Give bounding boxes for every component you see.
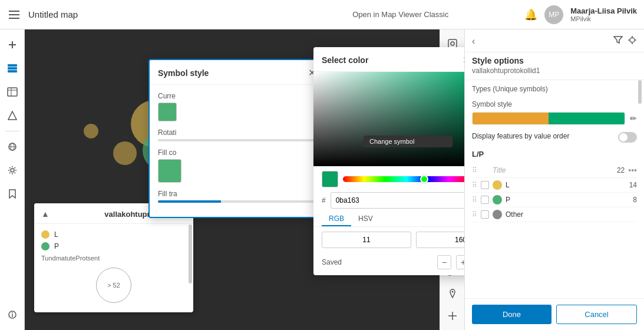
hamburger-menu-button[interactable] xyxy=(0,11,28,19)
svg-rect-20 xyxy=(448,39,457,48)
saved-plus-button[interactable]: + xyxy=(456,255,464,269)
lp-name-Other: Other xyxy=(506,210,622,219)
hsv-tab[interactable]: HSV xyxy=(351,212,380,226)
select-color-dialog: Select color ✕ # RGB HSV Saved xyxy=(313,47,464,275)
lp-count-L: 14 xyxy=(625,181,637,189)
legend-circle-container: > 52 xyxy=(41,263,186,308)
effects-icon[interactable] xyxy=(628,35,637,47)
checkbox-P[interactable] xyxy=(481,196,489,204)
legend-expand-icon[interactable]: ▲ xyxy=(41,209,49,219)
sidebar-bottom xyxy=(2,304,23,325)
dot-P xyxy=(493,195,502,204)
svg-point-19 xyxy=(630,38,635,42)
symbol-bar-colors[interactable] xyxy=(472,112,625,125)
fill-color-swatch[interactable] xyxy=(158,159,181,183)
rotation-label: Rotati xyxy=(158,128,316,137)
analysis-button[interactable] xyxy=(2,105,23,126)
legend-dot-L xyxy=(41,230,49,239)
topbar-center: Open in Map Viewer Classic xyxy=(276,10,524,19)
scroll-up-button[interactable]: ▲ xyxy=(637,80,643,81)
settings-button[interactable] xyxy=(2,160,23,181)
lp-table: ⠿ Title 22 ••• ⠿ L 14 ⠿ xyxy=(472,163,637,222)
map-blob xyxy=(113,141,137,165)
saved-minus-button[interactable]: − xyxy=(437,255,451,269)
symbol-color-yellow xyxy=(473,113,549,124)
right-tool-pin[interactable] xyxy=(443,284,462,303)
style-options-body: ▲ Types (Unique symbols) Symbol style ✏ … xyxy=(465,80,644,298)
rotation-slider[interactable] xyxy=(158,139,316,141)
rgb-tab[interactable]: RGB xyxy=(322,212,351,226)
symbol-color-green xyxy=(549,113,625,124)
checkbox-L[interactable] xyxy=(481,181,489,189)
legend-item-P: P xyxy=(41,240,186,252)
hue-slider-row xyxy=(313,166,464,190)
symbol-style-label: Symbol style xyxy=(472,100,637,108)
drag-handle-title[interactable]: ⠿ xyxy=(472,166,477,174)
hex-input[interactable] xyxy=(331,192,464,209)
notifications-bell-icon[interactable]: 🔔 xyxy=(524,8,537,21)
open-map-viewer-link[interactable]: Open in Map Viewer Classic xyxy=(352,10,448,19)
symbol-style-header: Symbol style ✕ xyxy=(150,60,324,85)
layers-button[interactable] xyxy=(2,58,23,79)
color-gradient-picker[interactable] xyxy=(313,72,464,166)
types-section: Types (Unique symbols) xyxy=(472,85,637,93)
svg-point-15 xyxy=(11,169,14,172)
display-features-toggle[interactable] xyxy=(618,132,637,143)
table-button[interactable] xyxy=(2,81,23,103)
drag-handle-P[interactable]: ⠿ xyxy=(472,196,477,204)
select-color-close-button[interactable]: ✕ xyxy=(463,54,464,65)
bookmarks-button[interactable] xyxy=(2,183,23,204)
user-handle: MPilvik xyxy=(570,15,637,22)
lp-row-Other: ⠿ Other xyxy=(472,207,637,222)
red-input[interactable] xyxy=(322,232,411,248)
right-tool-expand[interactable] xyxy=(443,306,462,325)
user-avatar[interactable]: MP xyxy=(544,5,563,24)
fill-transparency-slider[interactable] xyxy=(158,200,316,203)
checkbox-Other[interactable] xyxy=(481,210,489,219)
hex-label: # xyxy=(322,196,326,204)
legend-items: L P TundmatuteProtsent > 52 xyxy=(34,224,193,312)
lp-count-P: 8 xyxy=(625,196,637,204)
symbol-style-edit-icon[interactable]: ✏ xyxy=(630,114,637,123)
hue-slider[interactable] xyxy=(343,176,464,182)
current-selected-color xyxy=(322,171,338,187)
legend-label-L: L xyxy=(54,230,58,239)
style-options-title: Style options xyxy=(465,52,644,67)
rotation-slider-row xyxy=(158,139,316,141)
map-area[interactable]: ▲ vallakohtuprotokollid1 L P TundmatuteP… xyxy=(25,29,464,330)
lp-title-more-button[interactable]: ••• xyxy=(628,166,637,175)
dot-L xyxy=(493,180,502,190)
display-features-row: Display features by value order xyxy=(472,132,637,143)
saved-row: Saved − + xyxy=(313,253,464,275)
lp-row-P: ⠿ P 8 xyxy=(472,193,637,207)
cancel-button[interactable]: Cancel xyxy=(556,305,637,324)
saved-controls: − + xyxy=(437,255,464,269)
select-color-header: Select color ✕ xyxy=(313,47,464,72)
current-label: Curre xyxy=(158,92,316,100)
topbar: Untitled map Open in Map Viewer Classic … xyxy=(0,0,644,29)
color-preview-row xyxy=(158,103,316,121)
svg-rect-8 xyxy=(8,88,17,96)
svg-rect-2 xyxy=(9,18,19,19)
fill-transparency-row: Fill tra xyxy=(158,190,316,203)
select-color-title: Select color xyxy=(322,55,368,65)
drag-handle-Other[interactable]: ⠿ xyxy=(472,210,477,219)
add-content-button[interactable] xyxy=(2,34,23,55)
drag-handle-L[interactable]: ⠿ xyxy=(472,181,477,189)
color-mode-tabs: RGB HSV xyxy=(313,212,464,227)
legend-scrollbar[interactable] xyxy=(189,225,192,283)
right-panel-scrollbar-thumb[interactable] xyxy=(638,80,642,104)
right-panel-back-button[interactable]: ‹ xyxy=(472,36,475,47)
legend-label-P: P xyxy=(54,242,59,250)
right-panel-footer: Done Cancel xyxy=(465,298,644,330)
filter-icon[interactable] xyxy=(613,35,623,47)
green-input[interactable] xyxy=(416,232,464,248)
info-button[interactable] xyxy=(2,304,23,325)
fill-color-swatches xyxy=(158,159,316,183)
symbol-style-bar: ✏ xyxy=(472,112,637,125)
current-color-swatch[interactable] xyxy=(158,103,177,121)
symbol-style-body: Curre Rotati Fill co Fill tra xyxy=(150,85,324,217)
done-button[interactable]: Done xyxy=(472,305,551,324)
map-properties-button[interactable] xyxy=(2,136,23,157)
user-info: Maarja-Liisa Pilvik MPilvik xyxy=(570,6,637,22)
